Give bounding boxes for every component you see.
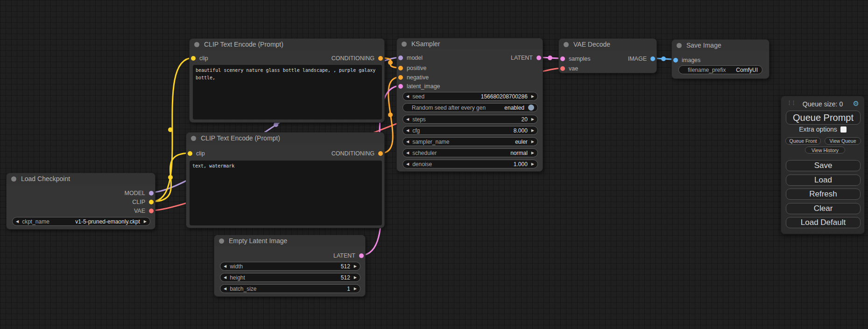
denoise-widget[interactable]: ◀ denoise 1.000 ▶ [402, 160, 538, 168]
increment-arrow-icon[interactable]: ▶ [531, 140, 534, 144]
widget-value[interactable]: 1.000 [514, 161, 528, 168]
node-ksampler[interactable]: KSampler model positive negative latent_… [396, 38, 543, 172]
prev-value-arrow-icon[interactable]: ◀ [16, 220, 19, 224]
increment-arrow-icon[interactable]: ▶ [531, 118, 534, 121]
node-collapse-dot[interactable] [191, 136, 196, 141]
widget-value[interactable]: normal [510, 150, 528, 156]
input-slot-latent-image[interactable] [398, 84, 403, 89]
load-button[interactable]: Load [786, 175, 861, 186]
increment-arrow-icon[interactable]: ▶ [531, 151, 534, 155]
output-slot-latent[interactable] [536, 56, 541, 60]
increment-arrow-icon[interactable]: ▶ [354, 276, 357, 280]
width-widget[interactable]: ◀ width 512 ▶ [220, 262, 360, 271]
view-history-button[interactable]: View History [805, 147, 845, 154]
node-collapse-dot[interactable] [677, 43, 682, 48]
increment-arrow-icon[interactable]: ▶ [354, 265, 357, 268]
input-slot-model[interactable] [398, 56, 403, 60]
next-value-arrow-icon[interactable]: ▶ [144, 220, 147, 224]
decrement-arrow-icon[interactable]: ◀ [406, 129, 409, 133]
decrement-arrow-icon[interactable]: ◀ [224, 265, 226, 268]
widget-value[interactable]: 1 [347, 286, 350, 292]
node-graph-canvas[interactable]: Load Checkpoint MODEL CLIP VAE ◀ ckpt_na… [0, 0, 868, 329]
input-slot-images[interactable] [673, 58, 678, 63]
node-collapse-dot[interactable] [194, 42, 199, 47]
output-slot-conditioning[interactable] [378, 151, 383, 156]
widget-value[interactable]: 512 [341, 274, 350, 281]
cfg-widget[interactable]: ◀ cfg 8.000 ▶ [402, 126, 538, 135]
decrement-arrow-icon[interactable]: ◀ [406, 140, 409, 144]
extra-options-checkbox[interactable] [840, 126, 847, 133]
random-seed-widget[interactable]: Random seed after every gen enabled [402, 103, 538, 112]
output-slot-image[interactable] [650, 56, 655, 61]
decrement-arrow-icon[interactable]: ◀ [406, 151, 409, 155]
decrement-arrow-icon[interactable]: ◀ [406, 162, 409, 166]
random-seed-toggle[interactable] [528, 105, 534, 111]
widget-value[interactable]: 20 [521, 116, 527, 123]
filename-prefix-widget[interactable]: filename_prefix ComfyUI [678, 65, 762, 74]
widget-value[interactable]: v1-5-pruned-emaonly.ckpt [75, 218, 140, 225]
node-collapse-dot[interactable] [402, 42, 407, 47]
node-clip-text-encode-negative[interactable]: CLIP Text Encode (Prompt) clip CONDITION… [186, 132, 385, 228]
increment-arrow-icon[interactable]: ▶ [531, 95, 534, 98]
output-slot-vae[interactable] [149, 209, 154, 213]
input-label-images: images [682, 57, 700, 63]
output-slot-latent[interactable] [359, 253, 364, 258]
decrement-arrow-icon[interactable]: ◀ [224, 287, 226, 291]
node-save-image[interactable]: Save Image images filename_prefix ComfyU… [671, 39, 769, 79]
widget-value[interactable]: ComfyUI [736, 67, 758, 73]
decrement-arrow-icon[interactable]: ◀ [406, 118, 409, 121]
decrement-arrow-icon[interactable]: ◀ [224, 276, 226, 280]
node-title: Save Image [686, 42, 721, 49]
prompt-text-negative[interactable]: text, watermark [190, 161, 382, 225]
queue-front-button[interactable]: Queue Front [785, 137, 821, 145]
node-collapse-dot[interactable] [564, 42, 569, 47]
view-queue-button[interactable]: View Queue [825, 137, 861, 145]
node-titlebar[interactable]: Load Checkpoint [7, 173, 155, 184]
output-slot-clip[interactable] [149, 200, 154, 204]
decrement-arrow-icon[interactable]: ◀ [406, 95, 409, 98]
increment-arrow-icon[interactable]: ▶ [531, 129, 534, 133]
widget-label: width [230, 263, 243, 270]
node-titlebar[interactable]: CLIP Text Encode (Prompt) [186, 133, 384, 144]
queue-prompt-button[interactable]: Queue Prompt [786, 111, 861, 125]
node-collapse-dot[interactable] [11, 176, 16, 182]
clear-button[interactable]: Clear [786, 203, 861, 214]
node-clip-text-encode-positive[interactable]: CLIP Text Encode (Prompt) clip CONDITION… [189, 38, 385, 123]
widget-value[interactable]: 8.000 [514, 127, 528, 134]
node-collapse-dot[interactable] [219, 238, 224, 244]
prompt-text-positive[interactable]: beautiful scenery nature glass bottle la… [193, 65, 382, 119]
refresh-button[interactable]: Refresh [786, 189, 861, 200]
input-slot-vae[interactable] [560, 66, 565, 71]
input-slot-clip[interactable] [191, 56, 196, 61]
node-titlebar[interactable]: CLIP Text Encode (Prompt) [190, 39, 384, 50]
input-slot-samples[interactable] [560, 56, 565, 61]
input-slot-negative[interactable] [398, 75, 403, 80]
increment-arrow-icon[interactable]: ▶ [354, 287, 357, 291]
node-titlebar[interactable]: Save Image [672, 40, 769, 51]
input-slot-positive[interactable] [398, 66, 403, 70]
output-slot-model[interactable] [149, 191, 154, 196]
output-slot-conditioning[interactable] [378, 56, 383, 61]
node-load-checkpoint[interactable]: Load Checkpoint MODEL CLIP VAE ◀ ckpt_na… [6, 173, 155, 230]
node-titlebar[interactable]: KSampler [397, 38, 543, 49]
node-vae-decode[interactable]: VAE Decode samples vae IMAGE [558, 38, 657, 73]
node-titlebar[interactable]: Empty Latent Image [214, 235, 365, 246]
settings-gear-icon[interactable]: ⚙ [853, 99, 859, 108]
ckpt-name-widget[interactable]: ◀ ckpt_name v1-5-pruned-emaonly.ckpt ▶ [12, 217, 150, 226]
output-label-conditioning: CONDITIONING [332, 55, 374, 62]
load-default-button[interactable]: Load Default [786, 217, 861, 228]
steps-widget[interactable]: ◀ steps 20 ▶ [402, 115, 538, 124]
widget-value[interactable]: 156680208700286 [481, 93, 528, 100]
batch-size-widget[interactable]: ◀ batch_size 1 ▶ [220, 284, 360, 293]
sampler-name-widget[interactable]: ◀ sampler_name euler ▶ [402, 137, 538, 146]
node-titlebar[interactable]: VAE Decode [559, 39, 656, 50]
height-widget[interactable]: ◀ height 512 ▶ [220, 273, 360, 282]
increment-arrow-icon[interactable]: ▶ [531, 162, 534, 166]
widget-value[interactable]: euler [515, 139, 528, 145]
node-empty-latent-image[interactable]: Empty Latent Image LATENT ◀ width 512 ▶ … [214, 235, 366, 297]
scheduler-widget[interactable]: ◀ scheduler normal ▶ [402, 148, 538, 157]
input-slot-clip[interactable] [188, 151, 192, 156]
seed-widget[interactable]: ◀ seed 156680208700286 ▶ [402, 92, 538, 101]
save-button[interactable]: Save [786, 160, 861, 171]
widget-value[interactable]: 512 [341, 263, 350, 270]
